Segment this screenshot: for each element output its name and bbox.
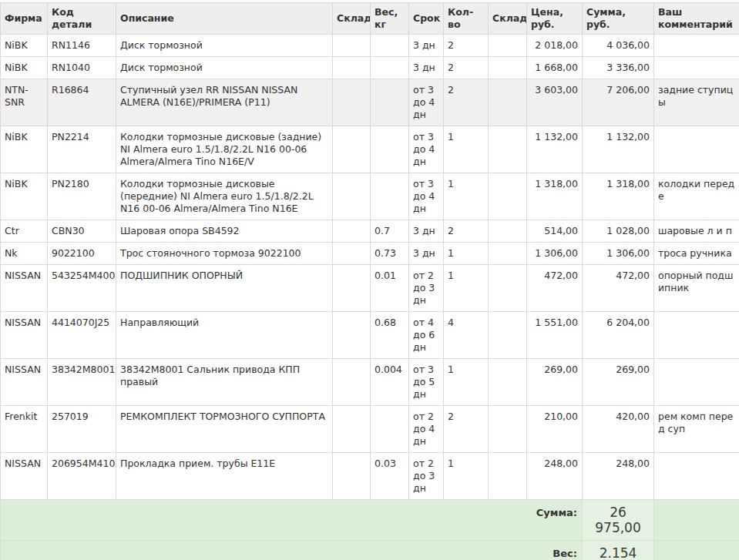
cell-code: 38342M8001 xyxy=(48,359,116,406)
cell-firm: NISSAN xyxy=(1,453,48,500)
cell-code: 9022100 xyxy=(48,243,116,265)
table-row: NISSAN4414070J25Направляющий0.68от 4 до … xyxy=(1,312,739,359)
total-sum-empty-cell xyxy=(654,500,739,541)
cell-sum: 420,00 xyxy=(583,406,654,453)
cell-firm: NiBK xyxy=(1,126,48,173)
cell-stock2 xyxy=(489,359,527,406)
cell-term: от 2 до 3 дн xyxy=(409,453,444,500)
cell-qty: 1 xyxy=(444,359,489,406)
cell-price: 2 018,00 xyxy=(527,35,583,57)
cell-firm: NISSAN xyxy=(1,359,48,406)
cell-price: 1 668,00 xyxy=(527,57,583,79)
cell-desc: Диск тормозной xyxy=(116,57,333,79)
cell-term: 3 дн xyxy=(409,243,444,265)
cell-weight xyxy=(371,173,409,220)
cell-qty: 2 xyxy=(444,220,489,243)
cell-desc: Колодки тормозные дисковые (задние) NI A… xyxy=(116,126,333,173)
cell-firm: NTN-SNR xyxy=(1,79,48,126)
cell-sum: 248,00 xyxy=(583,453,654,500)
column-header-weight: Вес, кг xyxy=(371,3,409,35)
cell-desc: Прокладка прием. трубы E11E xyxy=(116,453,333,500)
total-weight-empty-cell xyxy=(654,541,739,560)
cell-weight: 0.73 xyxy=(371,243,409,265)
cell-comment: колодки переде xyxy=(654,173,739,220)
cell-qty: 1 xyxy=(444,265,489,312)
cell-term: от 3 до 4 дн xyxy=(409,79,444,126)
cell-sum: 269,00 xyxy=(583,359,654,406)
cell-qty: 2 xyxy=(444,79,489,126)
cell-sum: 7 206,00 xyxy=(583,79,654,126)
total-weight-label: Вес: xyxy=(1,541,583,560)
cell-desc: Ступичный узел RR NISSAN NISSAN ALMERA (… xyxy=(116,79,333,126)
cell-stock2 xyxy=(489,126,527,173)
cell-sum: 1 306,00 xyxy=(583,243,654,265)
cell-desc: Трос стояночного тормоза 9022100 xyxy=(116,243,333,265)
cell-stock2 xyxy=(489,57,527,79)
cell-desc: Направляющий xyxy=(116,312,333,359)
table-row: NiBKRN1146Диск тормозной3 дн22 018,004 0… xyxy=(1,35,739,57)
cell-firm: NiBK xyxy=(1,35,48,57)
cell-weight: 0.004 xyxy=(371,359,409,406)
cell-comment xyxy=(654,126,739,173)
cell-desc: 38342M8001 Сальник привода КПП правый xyxy=(116,359,333,406)
table-row: NiBKPN2180Колодки тормозные дисковые (пе… xyxy=(1,173,739,220)
header-row: ФирмаКод деталиОписаниеСкладВес, кгСрокК… xyxy=(1,3,739,35)
cell-price: 1 551,00 xyxy=(527,312,583,359)
column-header-term: Срок xyxy=(409,3,444,35)
column-header-stock1: Склад xyxy=(333,3,371,35)
total-sum-label: Сумма: xyxy=(1,500,583,541)
cell-stock2 xyxy=(489,220,527,243)
cell-price: 210,00 xyxy=(527,406,583,453)
cell-code: RN1146 xyxy=(48,35,116,57)
cell-qty: 1 xyxy=(444,173,489,220)
table-body: NiBKRN1146Диск тормозной3 дн22 018,004 0… xyxy=(1,35,739,500)
cell-weight: 0.01 xyxy=(371,265,409,312)
cell-price: 269,00 xyxy=(527,359,583,406)
total-weight-value: 2.154 xyxy=(583,541,654,560)
parts-order-table: ФирмаКод деталиОписаниеСкладВес, кгСрокК… xyxy=(0,2,739,560)
cell-price: 1 318,00 xyxy=(527,173,583,220)
cell-weight: 0.03 xyxy=(371,453,409,500)
cell-comment: троса ручника xyxy=(654,243,739,265)
total-sum-value: 26 975,00 xyxy=(583,500,654,541)
cell-code: PN2180 xyxy=(48,173,116,220)
cell-price: 514,00 xyxy=(527,220,583,243)
cell-term: 3 дн xyxy=(409,35,444,57)
cell-stock2 xyxy=(489,312,527,359)
cell-firm: NISSAN xyxy=(1,265,48,312)
cell-stock1 xyxy=(333,35,371,57)
cell-stock1 xyxy=(333,57,371,79)
column-header-stock2: Склад xyxy=(489,3,527,35)
cell-term: от 2 до 3 дн xyxy=(409,265,444,312)
cell-stock2 xyxy=(489,243,527,265)
cell-code: CBN30 xyxy=(48,220,116,243)
column-header-desc: Описание xyxy=(116,3,333,35)
cell-firm: Ctr xyxy=(1,220,48,243)
cell-desc: Шаровая опора SB4592 xyxy=(116,220,333,243)
cell-stock1 xyxy=(333,79,371,126)
cell-sum: 3 336,00 xyxy=(583,57,654,79)
cell-price: 472,00 xyxy=(527,265,583,312)
cell-stock1 xyxy=(333,243,371,265)
cell-weight: 0.68 xyxy=(371,312,409,359)
cell-stock1 xyxy=(333,312,371,359)
cell-term: от 4 до 6 дн xyxy=(409,312,444,359)
cell-desc: Колодки тормозные дисковые (передние) NI… xyxy=(116,173,333,220)
cell-comment xyxy=(654,359,739,406)
cell-qty: 1 xyxy=(444,243,489,265)
cell-stock2 xyxy=(489,453,527,500)
cell-code: RN1040 xyxy=(48,57,116,79)
cell-comment: шаровые л и п xyxy=(654,220,739,243)
cell-sum: 1 028,00 xyxy=(583,220,654,243)
cell-desc: ПОДШИПНИК ОПОРНЫЙ xyxy=(116,265,333,312)
cell-sum: 1 132,00 xyxy=(583,126,654,173)
cell-firm: Frenkit xyxy=(1,406,48,453)
cell-firm: Nk xyxy=(1,243,48,265)
cell-code: R16864 xyxy=(48,79,116,126)
column-header-price: Цена, руб. xyxy=(527,3,583,35)
table-footer: Сумма: 26 975,00 Вес: 2.154 xyxy=(1,500,739,560)
cell-weight xyxy=(371,79,409,126)
cell-comment: рем комп перед суп xyxy=(654,406,739,453)
cell-stock2 xyxy=(489,79,527,126)
cell-stock1 xyxy=(333,359,371,406)
